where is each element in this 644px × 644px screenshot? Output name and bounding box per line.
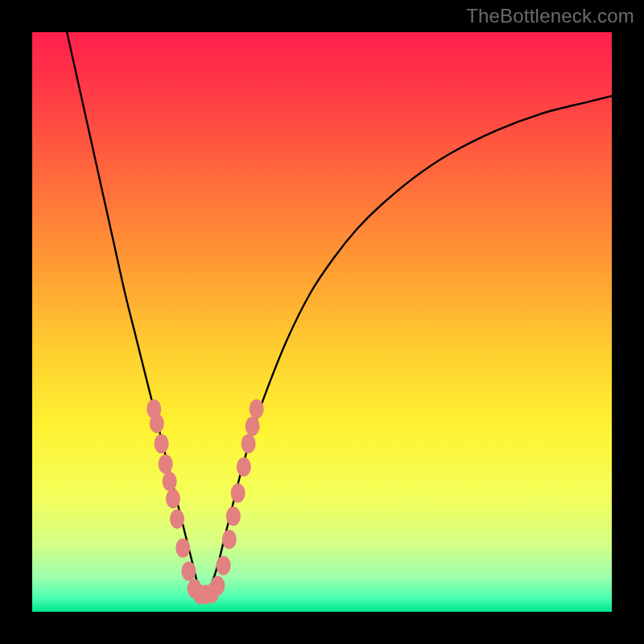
watermark-label: TheBottleneck.com	[466, 5, 634, 27]
bottleneck-chart	[32, 32, 612, 612]
curve-marker	[163, 472, 177, 491]
curve-marker	[150, 414, 164, 433]
curve-marker	[237, 457, 251, 477]
curve-marker	[181, 562, 196, 581]
chart-frame: TheBottleneck.com	[0, 0, 644, 644]
curve-marker	[226, 506, 241, 526]
curve-marker	[217, 555, 231, 575]
curve-marker	[159, 454, 173, 473]
curve-marker	[210, 576, 225, 596]
curve-marker	[246, 417, 260, 436]
curve-marker	[166, 489, 180, 509]
curve-marker	[155, 434, 169, 453]
curve-marker	[231, 483, 246, 502]
curve-marker	[222, 530, 237, 549]
curve-marker	[175, 539, 190, 558]
curve-marker	[250, 399, 264, 419]
curve-marker	[170, 510, 184, 529]
curve-marker	[242, 434, 256, 453]
